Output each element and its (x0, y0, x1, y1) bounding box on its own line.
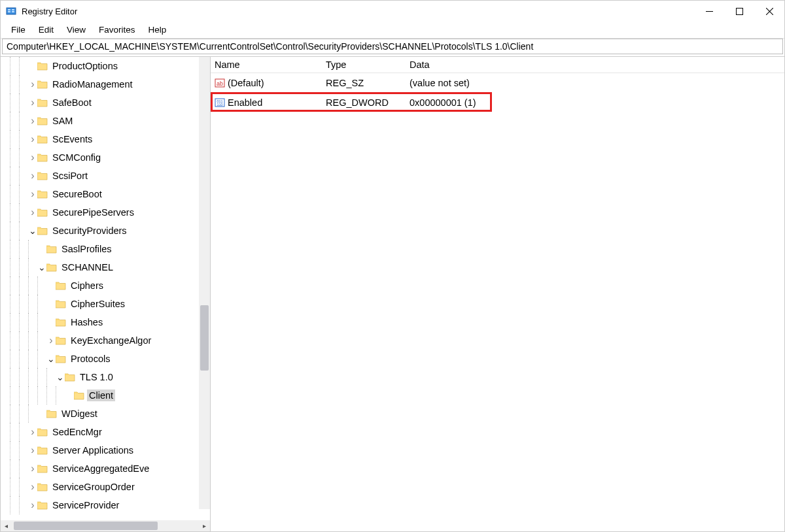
column-headers[interactable]: Name Type Data (211, 57, 784, 73)
chevron-right-icon[interactable]: › (28, 170, 37, 182)
chevron-right-icon[interactable]: › (28, 78, 37, 90)
tree-item[interactable]: ⌄SecurityProviders (1, 222, 210, 240)
tree-item[interactable]: ProductOptions (1, 57, 210, 75)
chevron-right-icon[interactable]: › (28, 444, 37, 456)
scrollbar-thumb[interactable] (200, 305, 209, 371)
close-button[interactable] (754, 1, 784, 22)
folder-icon (37, 190, 48, 199)
titlebar[interactable]: Registry Editor (1, 1, 784, 22)
tree-item-label[interactable]: SAM (50, 115, 75, 127)
chevron-right-icon[interactable]: › (28, 481, 37, 493)
tree-item-label[interactable]: CipherSuites (69, 298, 127, 310)
value-name: Enabled (228, 97, 262, 108)
tree-item-label[interactable]: SecureBoot (50, 188, 104, 200)
chevron-right-icon[interactable]: › (28, 463, 37, 474)
tree-item-label[interactable]: WDigest (60, 408, 99, 420)
tree-item[interactable]: ⌄Protocols (1, 350, 210, 368)
tree-item[interactable]: Client (1, 386, 210, 405)
chevron-down-icon[interactable]: ⌄ (46, 354, 56, 364)
tree-item-label[interactable]: ScsiPort (50, 170, 90, 182)
chevron-down-icon[interactable]: ⌄ (56, 372, 65, 382)
value-data: (value not set) (406, 78, 784, 88)
tree-item-label[interactable]: SCMConfig (50, 152, 103, 163)
menu-edit[interactable]: Edit (32, 23, 60, 37)
chevron-right-icon[interactable]: › (46, 335, 56, 346)
tree-item[interactable]: ›RadioManagement (1, 75, 210, 93)
registry-tree[interactable]: ProductOptions›RadioManagement›SafeBoot›… (1, 57, 210, 520)
tree-item-label[interactable]: Server Applications (50, 444, 135, 456)
address-bar[interactable]: Computer\HKEY_LOCAL_MACHINE\SYSTEM\Curre… (2, 39, 783, 54)
menu-file[interactable]: File (5, 23, 32, 37)
chevron-right-icon[interactable]: › (28, 426, 37, 438)
chevron-down-icon[interactable]: ⌄ (37, 262, 46, 273)
tree-item[interactable]: ⌄TLS 1.0 (1, 368, 210, 386)
scroll-left-icon[interactable]: ◂ (1, 520, 12, 531)
tree-item[interactable]: ›SafeBoot (1, 93, 210, 112)
tree-item-label[interactable]: ProductOptions (50, 60, 120, 72)
tree-item-label[interactable]: Client (87, 390, 115, 401)
tree-item-label[interactable]: SecurityProviders (50, 225, 129, 237)
tree-item-label[interactable]: Ciphers (69, 280, 105, 291)
tree-item[interactable]: ⌄SCHANNEL (1, 258, 210, 276)
folder-icon (56, 281, 66, 290)
tree-item[interactable]: ›Server Applications (1, 441, 210, 459)
value-row[interactable]: ab(Default)REG_SZ(value not set) (211, 73, 784, 93)
minimize-button[interactable] (694, 1, 724, 22)
tree-item[interactable]: ›SedEncMgr (1, 423, 210, 441)
chevron-right-icon[interactable]: › (28, 499, 37, 511)
tree-item[interactable]: Hashes (1, 313, 210, 331)
value-row[interactable]: 011110EnabledREG_DWORD0x00000001 (1) (211, 93, 784, 112)
tree-item[interactable]: CipherSuites (1, 295, 210, 313)
tree-item-label[interactable]: SCHANNEL (60, 261, 115, 273)
vertical-scrollbar[interactable] (199, 57, 210, 509)
chevron-right-icon[interactable]: › (28, 133, 37, 145)
tree-item[interactable]: ›KeyExchangeAlgor (1, 331, 210, 350)
values-list[interactable]: ab(Default)REG_SZ(value not set)011110En… (211, 73, 784, 531)
tree-item-label[interactable]: KeyExchangeAlgor (69, 335, 153, 346)
chevron-right-icon[interactable]: › (28, 115, 37, 127)
tree-item-label[interactable]: RadioManagement (50, 78, 135, 90)
menu-view[interactable]: View (60, 23, 92, 37)
maximize-button[interactable] (724, 1, 754, 22)
tree-item[interactable]: ›ServiceProvider (1, 496, 210, 514)
chevron-right-icon[interactable]: › (28, 207, 37, 218)
tree-item-label[interactable]: SedEncMgr (50, 426, 104, 438)
menu-help[interactable]: Help (142, 23, 173, 37)
tree-item-label[interactable]: SecurePipeServers (50, 207, 136, 218)
chevron-right-icon[interactable]: › (28, 97, 37, 108)
folder-icon (56, 299, 66, 308)
tree-item[interactable]: Ciphers (1, 276, 210, 295)
tree-item[interactable]: ›ScsiPort (1, 167, 210, 185)
tree-item[interactable]: ›ServiceGroupOrder (1, 478, 210, 496)
scrollbar-thumb[interactable] (14, 522, 158, 530)
column-type[interactable]: Type (322, 57, 406, 73)
tree-item[interactable]: WDigest (1, 405, 210, 423)
chevron-right-icon[interactable]: › (28, 152, 37, 163)
tree-item-label[interactable]: ServiceAggregatedEve (50, 463, 151, 474)
chevron-down-icon[interactable]: ⌄ (28, 225, 37, 236)
tree-item[interactable]: ›SecureBoot (1, 185, 210, 203)
folder-icon (37, 153, 48, 162)
scroll-right-icon[interactable]: ▸ (199, 520, 210, 531)
folder-icon (37, 501, 48, 510)
tree-item-label[interactable]: Hashes (69, 316, 105, 328)
tree-item[interactable]: ›ServiceAggregatedEve (1, 459, 210, 478)
tree-item[interactable]: ›SAM (1, 112, 210, 130)
horizontal-scrollbar[interactable]: ◂ ▸ (1, 520, 210, 531)
tree-item[interactable]: ›SCMConfig (1, 148, 210, 167)
svg-text:110: 110 (217, 103, 222, 107)
chevron-right-icon[interactable]: › (28, 188, 37, 200)
tree-item[interactable]: SaslProfiles (1, 240, 210, 258)
tree-item-label[interactable]: Protocols (69, 353, 112, 365)
tree-item-label[interactable]: TLS 1.0 (78, 371, 115, 383)
tree-item-label[interactable]: ServiceProvider (50, 499, 121, 511)
column-name[interactable]: Name (211, 57, 322, 73)
tree-item[interactable]: ›SecurePipeServers (1, 203, 210, 222)
column-data[interactable]: Data (406, 57, 784, 73)
tree-item-label[interactable]: ScEvents (50, 133, 94, 145)
tree-item-label[interactable]: SaslProfiles (60, 243, 114, 255)
tree-item[interactable]: ›ScEvents (1, 130, 210, 148)
menu-favorites[interactable]: Favorites (92, 23, 142, 37)
tree-item-label[interactable]: SafeBoot (50, 97, 94, 108)
tree-item-label[interactable]: ServiceGroupOrder (50, 481, 137, 493)
